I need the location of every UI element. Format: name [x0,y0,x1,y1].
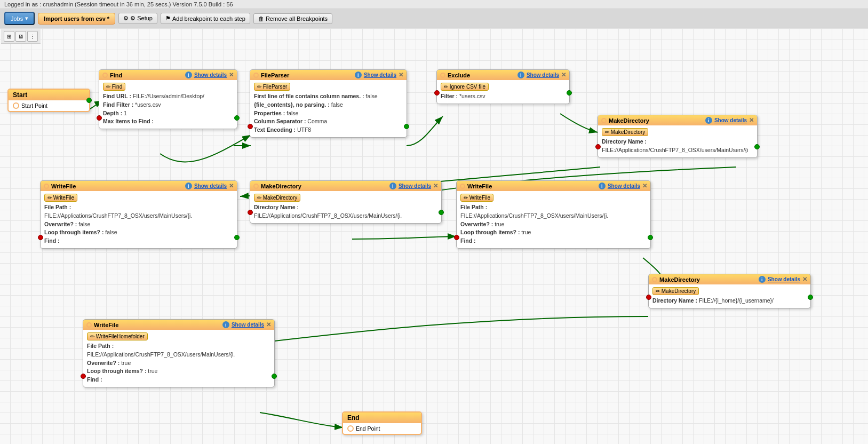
grid-button[interactable]: ⊞ [4,31,14,42]
find-input-dot[interactable] [97,115,102,121]
find-node: Find i Show details ✕ ✏ Find Find URL : … [99,69,237,129]
makedirectory1-status-icon [601,118,607,123]
start-output-dot[interactable] [86,98,92,103]
writefile3-close[interactable]: ✕ [266,321,271,328]
end-body: End Point [343,423,421,434]
writefile1-close[interactable]: ✕ [229,183,234,189]
find-close[interactable]: ✕ [229,72,234,78]
makedirectory1-action-btn[interactable]: ✏ MakeDirectory [602,128,648,136]
makedirectory3-info-icon[interactable]: i [759,276,766,283]
fileparser-info-icon[interactable]: i [355,72,362,78]
makedirectory1-close[interactable]: ✕ [749,117,754,124]
makedirectory3-close[interactable]: ✕ [802,276,807,283]
trash-icon: 🗑 [258,15,264,22]
find-show-details[interactable]: Show details [194,72,227,78]
setup-label: ⚙ Setup [130,15,153,22]
find-body: ✏ Find Find URL : FILE://Users/admin/Des… [99,80,237,129]
view-button[interactable]: 🖥 [15,31,26,42]
writefile1-input-dot[interactable] [38,235,43,240]
fileparser-status-icon [253,73,259,78]
exclude-input-dot[interactable] [434,90,440,96]
makedirectory2-input-dot[interactable] [248,210,253,215]
writefile2-show-details[interactable]: Show details [608,183,640,189]
find-info-icon[interactable]: i [185,72,192,78]
add-breakpoint-label: Add breakpoint to each step [172,15,245,22]
makedirectory1-body: ✏ MakeDirectory Directory Name : FILE://… [598,125,757,157]
writefile1-info-icon[interactable]: i [185,183,192,189]
writefile3-show-details[interactable]: Show details [232,322,264,328]
exclude-close[interactable]: ✕ [561,72,566,78]
fileparser-title: FileParser [261,72,289,78]
fileparser-show-details[interactable]: Show details [364,72,396,78]
jobs-label: Jobs [11,15,23,22]
exclude-output-dot[interactable] [567,90,572,96]
makedirectory3-status-icon [652,277,657,282]
add-breakpoint-button[interactable]: ⚑ Add breakpoint to each step [161,13,250,24]
writefile3-body: ✏ WriteFileHomefolder File Path : FILE:/… [83,330,274,387]
makedirectory1-input-dot[interactable] [595,144,601,149]
exclude-body: ✏ Ignore CSV file Filter : *users.csv [437,80,569,104]
makedirectory1-info-icon[interactable]: i [705,117,712,124]
find-header: Find i Show details ✕ [99,70,237,80]
makedirectory3-output-dot[interactable] [808,295,813,300]
end-node: End End Point [342,411,422,435]
dots-button[interactable]: ⋮ [27,31,38,42]
fileparser-output-dot[interactable] [404,124,409,129]
writefile3-info-icon[interactable]: i [222,321,229,328]
writefile1-body: ✏ WriteFile File Path : FILE://Applicati… [41,191,237,248]
canvas-toolbar: ⊞ 🖥 ⋮ [1,29,41,44]
writefile1-header: WriteFile i Show details ✕ [41,181,237,191]
writefile1-output-dot[interactable] [234,235,240,240]
writefile3-header: WriteFile i Show details ✕ [83,320,274,330]
import-button[interactable]: Import users from csv * [38,13,115,25]
find-action-btn[interactable]: ✏ Find [103,83,125,91]
writefile3-input-dot[interactable] [81,374,86,379]
makedirectory2-node: MakeDirectory i Show details ✕ ✏ MakeDir… [250,180,442,224]
exclude-action-btn[interactable]: ✏ Ignore CSV file [441,83,489,91]
writefile2-node: WriteFile i Show details ✕ ✏ WriteFile F… [456,180,651,249]
writefile1-show-details[interactable]: Show details [194,183,227,189]
writefile2-input-dot[interactable] [454,235,459,240]
makedirectory1-show-details[interactable]: Show details [714,117,747,123]
writefile2-body: ✏ WriteFile File Path : FILE://Applicati… [457,191,650,248]
makedirectory2-close[interactable]: ✕ [433,183,438,189]
jobs-button[interactable]: Jobs ▾ [4,12,35,25]
makedirectory2-show-details[interactable]: Show details [399,183,431,189]
makedirectory1-output-dot[interactable] [754,144,760,149]
exclude-node: Exclude i Show details ✕ ✏ Ignore CSV fi… [436,69,570,104]
makedirectory1-header: MakeDirectory i Show details ✕ [598,115,757,125]
status-bar: Logged in as : crushadmin (Session timeo… [0,0,868,9]
exclude-status-icon [440,73,445,78]
makedirectory2-output-dot[interactable] [439,210,444,215]
writefile2-action-btn[interactable]: ✏ WriteFile [460,194,493,202]
writefile1-title: WriteFile [51,183,76,189]
find-output-dot[interactable] [234,115,240,121]
writefile3-output-dot[interactable] [272,374,277,379]
writefile3-action-btn[interactable]: ✏ WriteFileHomefolder [87,332,148,340]
writefile2-close[interactable]: ✕ [642,183,647,189]
fileparser-action-btn[interactable]: ✏ FileParser [254,83,290,91]
fileparser-input-dot[interactable] [248,124,253,129]
exclude-header: Exclude i Show details ✕ [437,70,569,80]
start-label: Start [13,91,27,99]
writefile2-info-icon[interactable]: i [599,183,606,189]
remove-breakpoints-button[interactable]: 🗑 Remove all Breakpoints [253,13,332,24]
setup-button[interactable]: ⚙ ⚙ Setup [118,13,157,24]
makedirectory2-info-icon[interactable]: i [389,183,396,189]
makedirectory2-action-btn[interactable]: ✏ MakeDirectory [254,194,300,202]
exclude-show-details[interactable]: Show details [527,72,559,78]
makedirectory3-input-dot[interactable] [646,295,651,300]
makedirectory3-show-details[interactable]: Show details [768,276,800,282]
writefile1-node: WriteFile i Show details ✕ ✏ WriteFile F… [40,180,237,249]
fileparser-body: ✏ FileParser First line of file contains… [250,80,407,137]
fileparser-close[interactable]: ✕ [399,72,403,78]
exclude-info-icon[interactable]: i [517,72,524,78]
fileparser-header: FileParser i Show details ✕ [250,70,407,80]
makedirectory3-action-btn[interactable]: ✏ MakeDirectory [652,287,699,295]
find-title: Find [110,72,122,78]
end-point-label: End Point [356,425,380,432]
writefile2-output-dot[interactable] [648,235,653,240]
writefile1-action-btn[interactable]: ✏ WriteFile [44,194,77,202]
writefile2-header: WriteFile i Show details ✕ [457,181,650,191]
writefile3-title: WriteFile [94,322,118,328]
